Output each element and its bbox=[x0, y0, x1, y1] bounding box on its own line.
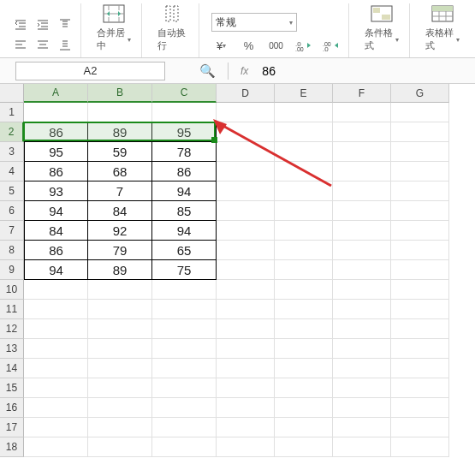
cell-E11[interactable] bbox=[275, 300, 333, 319]
percent-button[interactable]: % bbox=[239, 37, 259, 54]
row-header-4[interactable]: 4 bbox=[0, 162, 24, 181]
cell-A9[interactable]: 94 bbox=[24, 260, 88, 280]
cell-B10[interactable] bbox=[88, 280, 152, 300]
cell-F13[interactable] bbox=[333, 339, 391, 359]
cell-C17[interactable] bbox=[152, 418, 217, 437]
cell-G6[interactable] bbox=[391, 201, 449, 221]
cell-F1[interactable] bbox=[333, 103, 391, 122]
cell-A16[interactable] bbox=[24, 398, 88, 418]
cell-G18[interactable] bbox=[391, 437, 449, 457]
cell-C8[interactable]: 65 bbox=[152, 241, 217, 260]
zoom-lens-icon[interactable]: 🔍 bbox=[199, 63, 216, 79]
cell-E7[interactable] bbox=[275, 221, 333, 241]
cell-B13[interactable] bbox=[88, 339, 152, 359]
cell-D15[interactable] bbox=[217, 378, 275, 398]
align-bottom-icon[interactable] bbox=[56, 37, 74, 54]
row-header-11[interactable]: 11 bbox=[0, 300, 24, 319]
cell-F8[interactable] bbox=[333, 241, 391, 260]
cell-F10[interactable] bbox=[333, 280, 391, 300]
cell-G12[interactable] bbox=[391, 319, 449, 339]
cell-E10[interactable] bbox=[275, 280, 333, 300]
col-header-A[interactable]: A bbox=[24, 84, 88, 103]
cell-B7[interactable]: 92 bbox=[88, 221, 152, 241]
cell-E16[interactable] bbox=[275, 398, 333, 418]
cell-B2[interactable]: 89 bbox=[88, 122, 152, 142]
cell-D2[interactable] bbox=[217, 122, 275, 142]
cell-C3[interactable]: 78 bbox=[152, 142, 217, 162]
col-header-B[interactable]: B bbox=[88, 84, 152, 103]
cell-F15[interactable] bbox=[333, 378, 391, 398]
cell-F6[interactable] bbox=[333, 201, 391, 221]
cell-G8[interactable] bbox=[391, 241, 449, 260]
cell-B9[interactable]: 89 bbox=[88, 260, 152, 280]
comma-style-button[interactable]: 000 bbox=[266, 37, 287, 54]
row-header-6[interactable]: 6 bbox=[0, 201, 24, 221]
cell-E3[interactable] bbox=[275, 142, 333, 162]
cell-D17[interactable] bbox=[217, 418, 275, 437]
cell-B14[interactable] bbox=[88, 359, 152, 378]
formula-input[interactable] bbox=[255, 62, 475, 80]
fx-icon[interactable]: fx bbox=[240, 65, 248, 77]
cell-E13[interactable] bbox=[275, 339, 333, 359]
cell-A18[interactable] bbox=[24, 437, 88, 457]
cell-A1[interactable] bbox=[24, 103, 88, 122]
cell-B8[interactable]: 79 bbox=[88, 241, 152, 260]
cell-G3[interactable] bbox=[391, 142, 449, 162]
cell-D12[interactable] bbox=[217, 319, 275, 339]
align-top-icon[interactable] bbox=[56, 16, 74, 33]
cell-B3[interactable]: 59 bbox=[88, 142, 152, 162]
cell-B6[interactable]: 84 bbox=[88, 201, 152, 221]
cell-F12[interactable] bbox=[333, 319, 391, 339]
cell-G14[interactable] bbox=[391, 359, 449, 378]
col-header-D[interactable]: D bbox=[217, 84, 275, 103]
cell-C7[interactable]: 94 bbox=[152, 221, 217, 241]
cell-A12[interactable] bbox=[24, 319, 88, 339]
cell-G5[interactable] bbox=[391, 181, 449, 201]
cell-D16[interactable] bbox=[217, 398, 275, 418]
cell-D18[interactable] bbox=[217, 437, 275, 457]
cell-G16[interactable] bbox=[391, 398, 449, 418]
cell-C15[interactable] bbox=[152, 378, 217, 398]
cell-G17[interactable] bbox=[391, 418, 449, 437]
cell-C18[interactable] bbox=[152, 437, 217, 457]
cell-G11[interactable] bbox=[391, 300, 449, 319]
increase-indent-icon[interactable] bbox=[34, 16, 51, 33]
cell-A6[interactable]: 94 bbox=[24, 201, 88, 221]
cell-A7[interactable]: 84 bbox=[24, 221, 88, 241]
cell-C1[interactable] bbox=[152, 103, 217, 122]
cell-A3[interactable]: 95 bbox=[24, 142, 88, 162]
cell-B18[interactable] bbox=[88, 437, 152, 457]
row-header-3[interactable]: 3 bbox=[0, 142, 24, 162]
cell-B16[interactable] bbox=[88, 398, 152, 418]
cell-A11[interactable] bbox=[24, 300, 88, 319]
cell-A5[interactable]: 93 bbox=[24, 181, 88, 201]
cell-F16[interactable] bbox=[333, 398, 391, 418]
cell-D4[interactable] bbox=[217, 162, 275, 181]
cell-E17[interactable] bbox=[275, 418, 333, 437]
cell-C4[interactable]: 86 bbox=[152, 162, 217, 181]
cell-D11[interactable] bbox=[217, 300, 275, 319]
cell-D1[interactable] bbox=[217, 103, 275, 122]
row-header-2[interactable]: 2 bbox=[0, 122, 24, 142]
cell-D5[interactable] bbox=[217, 181, 275, 201]
cell-A8[interactable]: 86 bbox=[24, 241, 88, 260]
cell-B15[interactable] bbox=[88, 378, 152, 398]
row-header-9[interactable]: 9 bbox=[0, 260, 24, 280]
merge-center-button[interactable]: 合并居中▾ bbox=[93, 1, 134, 54]
col-header-G[interactable]: G bbox=[391, 84, 449, 103]
cell-D7[interactable] bbox=[217, 221, 275, 241]
cell-G7[interactable] bbox=[391, 221, 449, 241]
cell-D6[interactable] bbox=[217, 201, 275, 221]
row-header-17[interactable]: 17 bbox=[0, 418, 24, 437]
cell-D3[interactable] bbox=[217, 142, 275, 162]
cell-C13[interactable] bbox=[152, 339, 217, 359]
row-header-13[interactable]: 13 bbox=[0, 339, 24, 359]
cell-C2[interactable]: 95 bbox=[152, 122, 217, 142]
cell-A2[interactable]: 86 bbox=[24, 122, 88, 142]
align-center-icon[interactable] bbox=[34, 37, 51, 54]
cell-F9[interactable] bbox=[333, 260, 391, 280]
cell-E2[interactable] bbox=[275, 122, 333, 142]
cell-A10[interactable] bbox=[24, 280, 88, 300]
cell-E1[interactable] bbox=[275, 103, 333, 122]
cell-C5[interactable]: 94 bbox=[152, 181, 217, 201]
